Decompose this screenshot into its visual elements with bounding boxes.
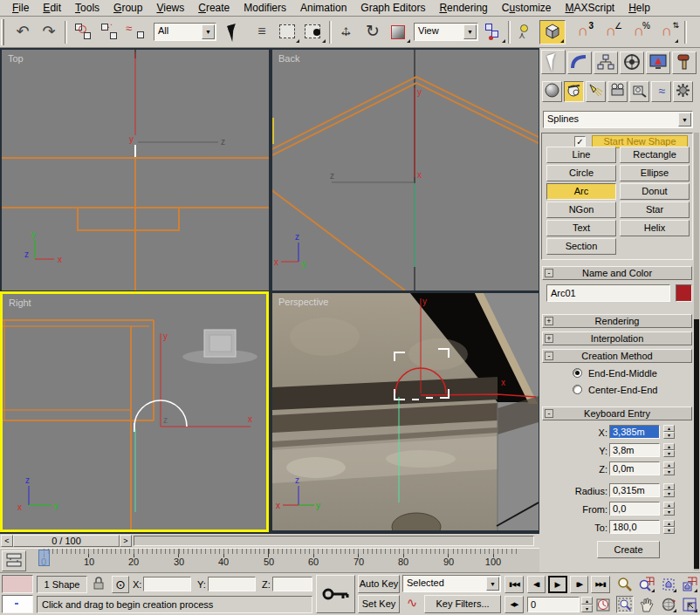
collapse-icon[interactable]: - xyxy=(545,409,553,418)
current-frame-marker[interactable] xyxy=(38,550,50,566)
set-key-button[interactable]: Set Key xyxy=(358,595,400,613)
tab-create[interactable] xyxy=(541,50,566,74)
shape-button-donut[interactable]: Donut xyxy=(620,183,690,200)
snap-3d-icon[interactable]: ∩ 3 xyxy=(571,21,595,44)
menu-item-animation[interactable]: Animation xyxy=(293,2,353,14)
keyboard-y-spinner[interactable]: ▴▾ xyxy=(663,443,675,457)
keyboard-x-spinner[interactable]: ▴▾ xyxy=(663,425,675,439)
zoom-extents-all-icon[interactable] xyxy=(681,576,698,593)
keyboard-z-field[interactable]: 0,0m xyxy=(609,461,660,475)
use-pivot-point-center-icon[interactable] xyxy=(482,21,506,44)
select-and-rotate-icon[interactable]: ↻ xyxy=(360,21,385,44)
shape-button-helix[interactable]: Helix xyxy=(620,220,690,236)
shape-button-ellipse[interactable]: Ellipse xyxy=(620,165,690,181)
coord-y-field[interactable] xyxy=(208,577,256,591)
spinner-up-icon[interactable]: ▴ xyxy=(663,502,675,509)
window-crossing-toggle-icon[interactable] xyxy=(302,21,326,44)
time-slider-track[interactable] xyxy=(134,536,534,546)
viewport-right-label[interactable]: Right xyxy=(9,297,31,308)
viewport-right-canvas[interactable]: y x z z y x xyxy=(3,294,266,530)
spinner-up-icon[interactable]: ▴ xyxy=(663,520,675,527)
shape-button-arc-active[interactable]: Arc xyxy=(546,183,616,200)
reference-coordinate-arrow-icon[interactable]: ▼ xyxy=(463,24,477,39)
absolute-offset-toggle-icon[interactable]: ⊙ xyxy=(112,576,129,593)
category-lights[interactable] xyxy=(586,81,606,102)
frame-spinner[interactable]: ▴▾ xyxy=(581,597,593,612)
viewport-back-label[interactable]: Back xyxy=(278,53,299,64)
menu-item-help[interactable]: Help xyxy=(621,2,657,14)
viewport-perspective-canvas[interactable]: y x z x y xyxy=(272,293,539,530)
toolbar-grip[interactable] xyxy=(1,19,4,45)
select-and-manipulate-icon[interactable]: ⋏ xyxy=(513,21,538,44)
tab-hierarchy[interactable] xyxy=(594,51,618,74)
spinner-down-icon[interactable]: ▾ xyxy=(663,468,675,475)
radio-center-end-end-label[interactable]: Center-End-End xyxy=(588,385,658,395)
category-systems[interactable] xyxy=(673,81,693,102)
category-geometry[interactable] xyxy=(542,81,562,102)
shape-button-section[interactable]: Section xyxy=(546,238,616,255)
shape-category-dropdown[interactable]: Splines ▼ xyxy=(543,111,693,128)
zoom-extents-icon[interactable] xyxy=(660,576,677,593)
reference-coordinate-dropdown[interactable]: View ▼ xyxy=(414,23,478,41)
default-tangent-icon[interactable]: ∿ xyxy=(402,595,422,612)
undo-icon[interactable]: ↶ xyxy=(10,21,35,44)
select-by-name-icon[interactable]: ≡ xyxy=(250,21,274,44)
viewport-back[interactable]: Back y x z z x y xyxy=(272,50,539,290)
arc-rotate-icon[interactable] xyxy=(660,596,677,613)
category-space-warps[interactable]: ≈ xyxy=(651,81,671,102)
spinner-up-icon[interactable]: ▴ xyxy=(663,425,675,432)
tab-display[interactable] xyxy=(646,51,670,74)
play-button[interactable]: ▶ xyxy=(548,576,567,593)
select-and-scale-icon[interactable] xyxy=(387,21,411,44)
shape-button-text[interactable]: Text xyxy=(546,220,616,236)
previous-frame-button[interactable]: ◀▮ xyxy=(527,576,546,593)
menu-item-rendering[interactable]: Rendering xyxy=(432,2,494,14)
next-frame-button[interactable]: ▮▶ xyxy=(570,576,588,593)
category-helpers[interactable] xyxy=(629,81,649,102)
redo-icon[interactable]: ↷ xyxy=(37,21,61,44)
unlink-selection-icon[interactable]: ⋰ xyxy=(98,21,122,44)
keyboard-x-field[interactable]: 3,385m xyxy=(609,425,660,439)
shape-category-arrow-icon[interactable]: ▼ xyxy=(678,113,691,126)
coord-x-field[interactable] xyxy=(143,577,191,591)
zoom-icon[interactable] xyxy=(616,576,634,593)
rollout-rendering[interactable]: + Rendering xyxy=(542,314,692,328)
menu-item-tools[interactable]: Tools xyxy=(68,2,106,14)
rectangular-selection-region-icon[interactable] xyxy=(276,21,300,44)
current-frame-field[interactable]: 0 xyxy=(527,597,580,612)
tab-utilities[interactable] xyxy=(672,51,697,74)
min-max-toggle-icon[interactable] xyxy=(681,596,698,613)
selection-lock-icon[interactable] xyxy=(93,577,106,592)
collapse-icon[interactable]: - xyxy=(545,269,553,277)
zoom-all-icon[interactable] xyxy=(638,576,655,593)
object-color-swatch[interactable] xyxy=(676,284,692,302)
percent-snap-icon[interactable]: ∩ % xyxy=(627,21,651,44)
viewport-perspective[interactable]: Perspective y xyxy=(272,293,539,530)
spinner-down-icon[interactable]: ▾ xyxy=(663,450,675,457)
selection-filter-arrow-icon[interactable]: ▼ xyxy=(202,24,215,39)
key-filters-button[interactable]: Key Filters... xyxy=(424,595,501,613)
angle-snap-icon[interactable]: ∩ ∠ xyxy=(599,21,623,44)
select-and-move-icon[interactable]: ↔ ↕ xyxy=(334,21,359,44)
shape-button-line[interactable]: Line xyxy=(546,147,616,163)
menu-item-customize[interactable]: Customize xyxy=(495,2,559,14)
spinner-down-icon[interactable]: ▾ xyxy=(663,490,675,497)
shape-button-rectangle[interactable]: Rectangle xyxy=(620,147,690,163)
spinner-up-icon[interactable]: ▴ xyxy=(581,597,593,605)
shape-button-circle[interactable]: Circle xyxy=(546,165,616,181)
open-mini-curve-editor-icon[interactable] xyxy=(2,550,26,571)
create-button[interactable]: Create xyxy=(597,541,660,558)
expand-icon[interactable]: + xyxy=(545,334,553,343)
menu-item-views[interactable]: Views xyxy=(149,2,191,14)
keyboard-from-spinner[interactable]: ▴▾ xyxy=(663,502,675,516)
keyboard-from-field[interactable]: 0,0 xyxy=(609,502,660,516)
time-slider[interactable]: 0 / 100 xyxy=(13,535,120,547)
auto-key-button[interactable]: Auto Key xyxy=(358,575,400,593)
keyboard-to-field[interactable]: 180,0 xyxy=(609,520,660,534)
keyboard-radius-spinner[interactable]: ▴▾ xyxy=(663,483,675,497)
key-filter-scope-dropdown[interactable]: Selected ▼ xyxy=(402,575,501,592)
go-to-start-button[interactable]: ▮◀◀ xyxy=(504,576,524,593)
menu-item-edit[interactable]: Edit xyxy=(36,2,68,14)
keyboard-to-spinner[interactable]: ▴▾ xyxy=(663,520,675,534)
key-filter-scope-arrow-icon[interactable]: ▼ xyxy=(486,577,499,591)
